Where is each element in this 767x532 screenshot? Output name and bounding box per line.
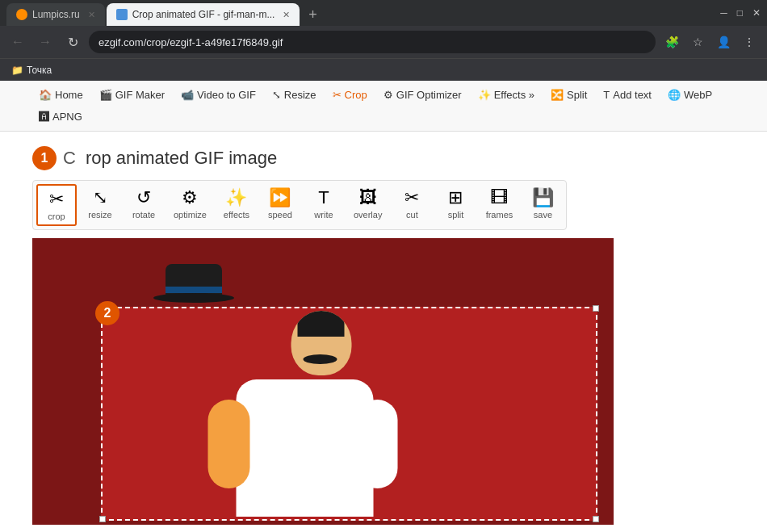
nav-gif-maker[interactable]: 🎬 GIF Maker <box>93 86 171 104</box>
gif-preview[interactable] <box>32 238 614 525</box>
new-tab-button[interactable]: + <box>301 3 324 26</box>
bookmark-bar: 📁 Точка <box>0 58 767 81</box>
address-bar: ← → ↻ 🧩 ☆ 👤 ⋮ <box>0 26 767 58</box>
nav-video-label: Video to GIF <box>197 89 256 101</box>
text-icon: T <box>603 89 610 101</box>
tool-cut[interactable]: ✂ cut <box>392 184 432 223</box>
tabs-area: Lumpics.ru ✕ Crop animated GIF - gif-man… <box>6 0 324 26</box>
crop-tool-label: crop <box>48 212 65 221</box>
overlay-tool-icon: 🖼 <box>359 187 377 208</box>
gif-maker-icon: 🎬 <box>99 89 112 101</box>
crop-tool-icon: ✂ <box>49 189 64 210</box>
main-content: 1 C rop animated GIF image ✂ crop ⤡ resi… <box>0 132 767 532</box>
crop-handle-bottomleft[interactable] <box>99 516 106 522</box>
window-controls: ─ □ ✕ <box>720 7 761 19</box>
bookmark-button[interactable]: ☆ <box>686 31 709 53</box>
bookmark-tochka[interactable]: 📁 Точка <box>6 63 57 77</box>
shirt <box>237 379 374 517</box>
page-title: rop animated GIF image <box>86 148 277 169</box>
extensions-button[interactable]: 🧩 <box>660 31 683 53</box>
bookmark-label: Точка <box>27 65 52 76</box>
tab-ezgif[interactable]: Crop animated GIF - gif-man-m... ✕ <box>107 3 300 26</box>
nav-effects[interactable]: ✨ Effects » <box>472 86 541 104</box>
split-icon: 🔀 <box>551 89 564 101</box>
tool-optimize[interactable]: ⚙ optimize <box>167 184 213 223</box>
tool-effects[interactable]: ✨ effects <box>216 184 257 223</box>
minimize-button[interactable]: ─ <box>720 7 727 19</box>
nav-home-label: Home <box>55 89 83 101</box>
optimize-tool-label: optimize <box>174 210 207 220</box>
rotate-tool-icon: ↺ <box>136 187 151 208</box>
tab1-label: Lumpics.ru <box>32 9 80 20</box>
nav-crop-label: Crop <box>345 89 367 101</box>
resize-tool-label: resize <box>88 210 111 220</box>
tab2-label: Crop animated GIF - gif-man-m... <box>132 9 275 20</box>
profile-button[interactable]: 👤 <box>712 31 735 53</box>
nav-text-label: Add text <box>613 89 652 101</box>
effects-tool-icon: ✨ <box>225 187 247 208</box>
nav-apng[interactable]: 🅰 APNG <box>32 107 89 126</box>
rotate-tool-label: rotate <box>132 210 155 220</box>
step1-badge: 1 <box>32 146 57 170</box>
cut-tool-icon: ✂ <box>404 187 419 208</box>
nav-add-text[interactable]: T Add text <box>597 86 658 104</box>
hat-band <box>166 287 222 293</box>
gif-bg-top <box>32 238 614 307</box>
tab-lumpics[interactable]: Lumpics.ru ✕ <box>6 3 105 26</box>
mustache <box>303 354 337 364</box>
webp-icon: 🌐 <box>668 89 681 101</box>
nav-home[interactable]: 🏠 Home <box>32 86 90 104</box>
video-icon: 📹 <box>181 89 194 101</box>
back-button[interactable]: ← <box>6 31 29 53</box>
close-button[interactable]: ✕ <box>752 7 761 19</box>
crop-letter-c: C <box>63 148 76 169</box>
tool-split[interactable]: ⊞ split <box>435 184 476 223</box>
tab2-close[interactable]: ✕ <box>283 10 290 20</box>
folder-icon: 📁 <box>11 65 23 76</box>
tool-speed[interactable]: ⏩ speed <box>260 184 300 223</box>
ezgif-favicon <box>116 9 128 20</box>
character <box>273 311 374 525</box>
crop-handle-bottomright[interactable] <box>593 516 599 522</box>
hair <box>297 311 344 337</box>
page-title-row: 1 C rop animated GIF image <box>32 146 735 170</box>
nav-optimizer[interactable]: ⚙ GIF Optimizer <box>377 86 468 104</box>
forward-button[interactable]: → <box>34 31 57 53</box>
maximize-button[interactable]: □ <box>737 7 743 19</box>
menu-button[interactable]: ⋮ <box>738 31 761 53</box>
nav-webp-label: WebP <box>684 89 712 101</box>
tool-resize[interactable]: ⤡ resize <box>80 184 120 223</box>
tool-row: ✂ crop ⤡ resize ↺ rotate ⚙ optimize ✨ ef… <box>32 180 567 230</box>
apng-icon: 🅰 <box>39 111 49 123</box>
resize-icon: ⤡ <box>272 89 281 101</box>
nav-webp[interactable]: 🌐 WebP <box>661 86 719 104</box>
lumpics-favicon <box>16 9 27 20</box>
nav-split[interactable]: 🔀 Split <box>544 86 593 104</box>
nav-apng-label: APNG <box>52 111 82 123</box>
refresh-button[interactable]: ↻ <box>61 31 84 53</box>
tool-rotate[interactable]: ↺ rotate <box>124 184 164 223</box>
tool-write[interactable]: T write <box>304 184 344 223</box>
left-arm <box>208 400 250 488</box>
nav-video-to-gif[interactable]: 📹 Video to GIF <box>174 86 262 104</box>
optimize-tool-icon: ⚙ <box>182 187 198 208</box>
save-tool-icon: 💾 <box>532 187 554 208</box>
character-head <box>291 311 355 379</box>
tool-frames[interactable]: 🎞 frames <box>479 184 519 223</box>
title-bar: Lumpics.ru ✕ Crop animated GIF - gif-man… <box>0 0 767 26</box>
character-hat <box>161 262 226 303</box>
image-area: 2 <box>32 238 614 525</box>
step2-badge: 2 <box>95 301 119 325</box>
tool-crop[interactable]: ✂ crop <box>36 184 77 226</box>
tool-overlay[interactable]: 🖼 overlay <box>347 184 388 223</box>
effects-icon: ✨ <box>478 89 491 101</box>
split-tool-label: split <box>448 210 464 220</box>
cut-tool-label: cut <box>406 210 418 220</box>
frames-tool-icon: 🎞 <box>490 187 508 208</box>
tab1-close[interactable]: ✕ <box>88 10 95 20</box>
address-input[interactable] <box>89 31 656 53</box>
nav-crop[interactable]: ✂ Crop <box>326 86 374 104</box>
nav-resize-label: Resize <box>284 89 316 101</box>
nav-resize[interactable]: ⤡ Resize <box>266 86 323 104</box>
tool-save[interactable]: 💾 save <box>522 184 563 223</box>
